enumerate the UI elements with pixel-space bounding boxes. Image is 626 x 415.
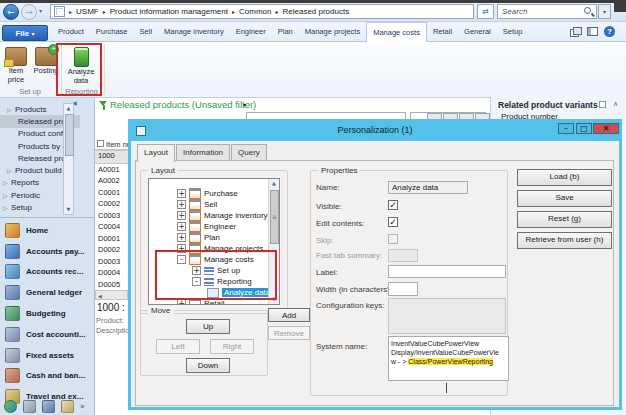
panel-properties-icon[interactable] <box>599 101 606 108</box>
nav-module-item[interactable]: Accounts rec... <box>0 262 86 283</box>
scrollbar-thumb[interactable] <box>65 114 74 156</box>
nav-module-item[interactable]: General ledger <box>0 282 86 303</box>
dialog-action-button[interactable]: Load (b) <box>517 169 612 186</box>
layout-tree-item[interactable]: +Sell <box>149 199 279 210</box>
nav-tree-item[interactable]: ▷Reports <box>0 177 65 189</box>
tree-expander-icon[interactable]: + <box>177 189 186 198</box>
maximize-button[interactable]: □ <box>576 123 592 134</box>
sidebar-scrollbar[interactable]: ▲ ▼ <box>63 103 74 215</box>
breadcrumb-item[interactable]: ▸Common <box>230 7 273 16</box>
dialog-tab[interactable]: Layout <box>137 144 175 162</box>
history-dropdown-icon[interactable]: ▾ <box>39 7 42 14</box>
refresh-button[interactable]: ⇄ <box>477 4 494 19</box>
enterprise-portal-icon[interactable] <box>4 400 17 413</box>
workspace-icon[interactable] <box>587 27 598 36</box>
layout-tree-item[interactable]: +Engineer <box>149 221 279 232</box>
move-down-button[interactable]: Down <box>186 358 230 373</box>
dialog-titlebar[interactable]: Personalization (1) – □ × <box>131 122 619 141</box>
select-all-checkbox[interactable] <box>97 140 104 147</box>
dialog-action-button[interactable]: Reset (g) <box>517 211 612 228</box>
nav-tree-item[interactable]: ▷Periodic <box>0 189 65 201</box>
back-button[interactable]: ← <box>3 4 19 20</box>
nav-module-item[interactable]: Accounts pay... <box>0 241 86 262</box>
name-field[interactable]: Analyze data <box>388 181 468 194</box>
grid-row[interactable]: C0003 <box>95 210 128 222</box>
ribbon-tab[interactable]: Purchase <box>90 22 134 42</box>
ribbon-tab[interactable]: Product <box>52 22 90 42</box>
search-input[interactable]: Search <box>497 4 597 19</box>
grid-row[interactable]: A0001 <box>95 164 128 176</box>
nav-module-item[interactable]: Cash and ban... <box>0 366 86 387</box>
skip-checkbox[interactable] <box>388 234 398 244</box>
breadcrumb-item[interactable]: ▸Product information management <box>101 7 230 16</box>
visible-checkbox[interactable]: ✓ <box>388 200 398 210</box>
ribbon-tab[interactable]: Manage costs <box>366 22 427 42</box>
users-icon[interactable] <box>42 400 55 413</box>
ribbon-tab[interactable]: Setup <box>497 22 529 42</box>
document-icon[interactable] <box>61 400 74 413</box>
remove-button[interactable]: Remove <box>268 326 310 340</box>
grid-row[interactable]: C0004 <box>95 221 128 233</box>
grid-row[interactable]: 1000 <box>95 150 128 164</box>
move-left-button[interactable]: Left <box>156 339 200 354</box>
file-menu-button[interactable]: File ▾ <box>2 25 48 41</box>
grid-hscrollbar[interactable]: ◀ <box>95 290 128 300</box>
page-title-caret-icon[interactable]: ▾ <box>243 101 246 108</box>
dialog-action-button[interactable]: Retrieve from user (h) <box>517 232 612 249</box>
grid-row[interactable]: D0003 <box>95 256 128 268</box>
nav-tree-item[interactable]: ▷Product build <box>0 164 69 176</box>
scroll-up-icon[interactable]: ▲ <box>269 179 279 188</box>
item-price-button[interactable]: Item price <box>2 44 30 84</box>
dialog-tab[interactable]: Information <box>176 144 230 160</box>
ribbon-tab[interactable]: Engineer <box>230 22 272 42</box>
tree-expander-icon[interactable]: + <box>177 211 186 220</box>
help-icon[interactable]: ? <box>604 26 615 37</box>
nav-module-item[interactable]: Cost accounti... <box>0 324 86 345</box>
tree-expander-icon[interactable]: + <box>177 233 186 242</box>
fast-tab-summary-field[interactable] <box>388 249 418 262</box>
scrollbar-thumb[interactable]: ≡ <box>270 190 279 244</box>
close-button[interactable]: × <box>593 123 619 134</box>
grid-row[interactable]: A0002 <box>95 175 128 187</box>
scroll-down-icon[interactable]: ▼ <box>64 205 73 214</box>
nav-module-item[interactable]: Home <box>0 220 86 241</box>
grid-row[interactable]: C0001 <box>95 187 128 199</box>
user-icon[interactable] <box>23 400 36 413</box>
move-right-button[interactable]: Right <box>210 339 254 354</box>
move-up-button[interactable]: Up <box>186 319 230 334</box>
apps-icon[interactable] <box>54 6 65 17</box>
nav-module-item[interactable]: Budgeting <box>0 303 86 324</box>
grid-row[interactable]: C0002 <box>95 198 128 210</box>
more-modules-icon[interactable]: » <box>80 402 85 411</box>
forward-button[interactable]: → <box>21 4 37 20</box>
layout-tree-item[interactable]: +Plan <box>149 232 279 243</box>
dialog-action-button[interactable]: Save <box>517 190 612 207</box>
grid-row[interactable]: D0002 <box>95 244 128 256</box>
layout-tree-item[interactable]: +Manage inventory <box>149 210 279 221</box>
minimize-button[interactable]: – <box>558 123 574 134</box>
configuration-keys-field[interactable] <box>388 298 506 334</box>
nav-module-item[interactable]: Fixed assets <box>0 345 86 366</box>
scroll-up-icon[interactable]: ▲ <box>64 104 73 113</box>
add-button[interactable]: Add <box>268 308 310 322</box>
grid-row[interactable]: D0004 <box>95 267 128 279</box>
breadcrumb-item[interactable]: ▸Released products <box>273 7 351 16</box>
ribbon-tab[interactable]: General <box>458 22 497 42</box>
breadcrumb-item[interactable]: ▸USMF <box>67 7 101 16</box>
edit-contents-checkbox[interactable]: ✓ <box>388 217 398 227</box>
nav-tree-item[interactable]: ▷Setup <box>0 201 65 213</box>
ribbon-tab[interactable]: Manage projects <box>299 22 366 42</box>
ribbon-tab[interactable]: Manage inventory <box>158 22 230 42</box>
system-name-field[interactable]: InventValueCubePowerViewDisplay/InventVa… <box>388 336 509 381</box>
search-dropdown-icon[interactable]: ▾ <box>598 4 611 19</box>
ribbon-tab[interactable]: Retail <box>427 22 458 42</box>
scroll-left-icon[interactable]: ◀ <box>96 293 102 299</box>
dialog-tab[interactable]: Query <box>231 144 267 160</box>
width-field[interactable] <box>388 282 418 296</box>
ribbon-tab[interactable]: Plan <box>272 22 299 42</box>
panel-collapse-icon[interactable]: ∧ <box>613 100 618 108</box>
ribbon-tab[interactable]: Sell <box>134 22 159 42</box>
nav-tree-item[interactable]: ▷Products <box>0 103 69 115</box>
layout-tree-item[interactable]: +Purchase <box>149 188 279 199</box>
label-field[interactable] <box>388 265 506 278</box>
